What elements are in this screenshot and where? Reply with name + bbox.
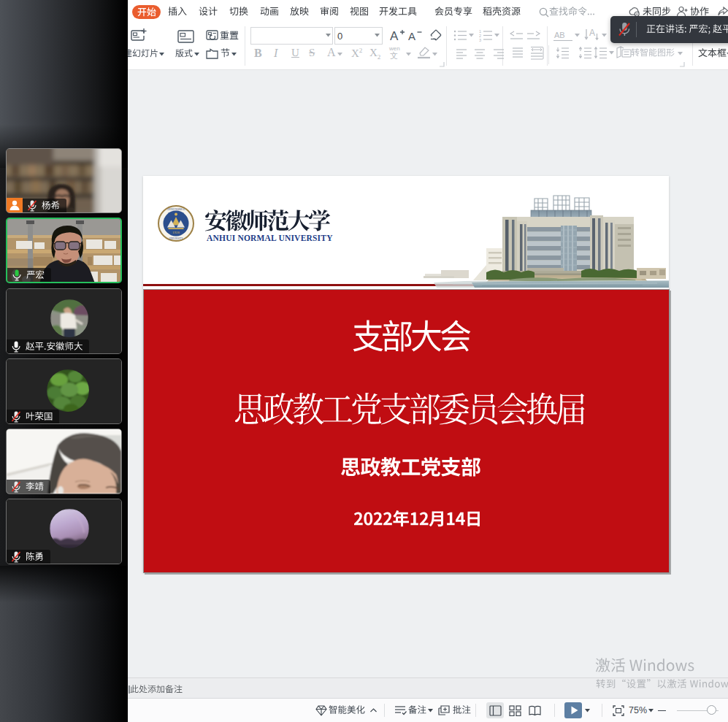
svg-text:A: A — [589, 28, 595, 38]
svg-text:3: 3 — [479, 38, 481, 42]
svg-text:1928: 1928 — [172, 231, 180, 234]
svg-text:A: A — [408, 30, 415, 42]
svg-text:文: 文 — [390, 51, 398, 59]
svg-text:UNIVERSITY: UNIVERSITY — [169, 237, 183, 240]
svg-text:AB: AB — [554, 31, 565, 39]
svg-text:A: A — [390, 29, 399, 42]
svg-text:ANHUI NORMAL: ANHUI NORMAL — [167, 208, 185, 211]
